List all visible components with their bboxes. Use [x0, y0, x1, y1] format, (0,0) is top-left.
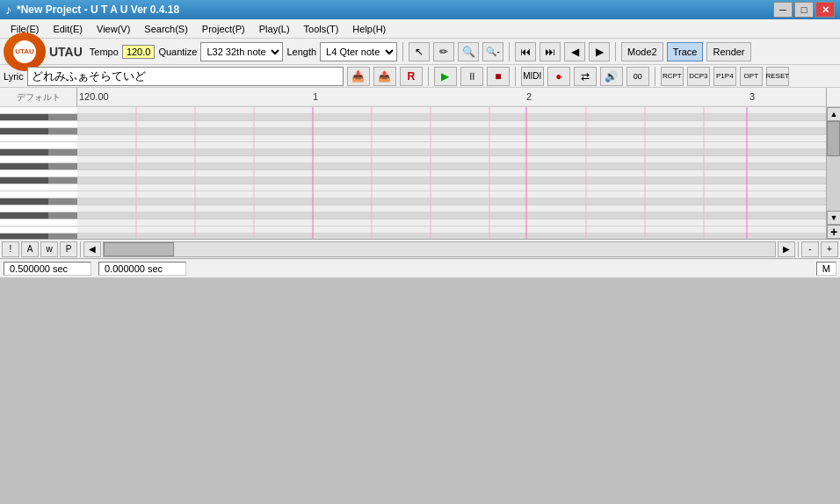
menu-help[interactable]: Help(H): [345, 22, 393, 36]
utau-logo-area: UTAU UTAU: [4, 32, 83, 71]
metronome-btn[interactable]: 00: [626, 67, 649, 86]
status-bar: 0.500000 sec 0.000000 sec M: [0, 258, 840, 277]
default-label: デフォルト: [17, 91, 61, 104]
bottom-sep2: [798, 241, 799, 257]
scroll-plus-btn[interactable]: +: [827, 225, 840, 239]
lyric-label: Lyric: [4, 71, 24, 82]
grid-header: [77, 88, 826, 106]
bottom-toolbar: ! A w P ◀ ▶ - +: [0, 239, 840, 258]
title-bar-controls[interactable]: ─ □ ✕: [773, 2, 835, 18]
lyric-input[interactable]: [27, 67, 344, 86]
scroll-down-btn[interactable]: ▼: [827, 211, 840, 225]
p1p4-btn[interactable]: P1P4: [713, 67, 736, 86]
zoom-minus-btn[interactable]: -: [801, 241, 819, 257]
main-area: ▲ ▼ +: [0, 107, 840, 239]
menu-project[interactable]: Project(P): [195, 22, 252, 36]
toolbar: UTAU UTAU Tempo 120.0 Quantize L32 32th …: [0, 39, 840, 65]
menu-view[interactable]: View(V): [90, 22, 137, 36]
play-btn[interactable]: ▶: [434, 67, 457, 86]
pause-btn[interactable]: ⏸: [460, 67, 483, 86]
loop-btn[interactable]: ⇄: [574, 67, 597, 86]
render-btn[interactable]: Render: [706, 42, 750, 61]
status-m: M: [816, 262, 836, 276]
minimize-button[interactable]: ─: [773, 2, 793, 18]
piano-canvas: [0, 107, 77, 239]
piano-keys: [0, 107, 77, 239]
tempo-label: Tempo: [90, 47, 119, 57]
rcpt-btn[interactable]: RCPT: [661, 67, 684, 86]
toolbar-sep3: [615, 42, 616, 61]
utau-text: UTAU: [49, 45, 83, 59]
toolbar-sep2: [509, 42, 510, 61]
scrollbar-vertical[interactable]: ▲ ▼ +: [826, 107, 840, 239]
go-start-btn[interactable]: ⏮: [515, 42, 536, 61]
rec-btn[interactable]: ●: [547, 67, 570, 86]
toolbar-sep1: [402, 42, 403, 61]
length-select[interactable]: L4 Qter note: [320, 42, 397, 61]
dcp3-btn[interactable]: DCP3: [687, 67, 710, 86]
h-scroll-thumb[interactable]: [104, 242, 174, 256]
header-canvas: [77, 88, 826, 106]
midi-btn[interactable]: MIDI: [521, 67, 544, 86]
btn-a[interactable]: A: [21, 241, 39, 257]
scroll-corner: [826, 88, 840, 106]
mode2-btn[interactable]: Mode2: [621, 42, 663, 61]
length-label: Length: [286, 47, 316, 57]
save-btn[interactable]: 📤: [373, 67, 396, 86]
scroll-thumb[interactable]: [827, 121, 840, 156]
quantize-label: Quantize: [158, 47, 197, 57]
lyric-sep3: [655, 67, 655, 86]
load-btn[interactable]: 📥: [347, 67, 370, 86]
menu-tools[interactable]: Tools(T): [297, 22, 346, 36]
bottom-sep1: [80, 241, 81, 257]
opt-btn[interactable]: OPT: [740, 67, 763, 86]
piano-header: デフォルト: [0, 88, 77, 107]
window-title: *New Project - U T A U Ver 0.4.18: [17, 4, 179, 16]
app-icon: ♪: [5, 3, 11, 17]
menu-play[interactable]: Play(L): [252, 22, 297, 36]
speaker-btn[interactable]: 🔊: [600, 67, 623, 86]
title-bar-left: ♪ *New Project - U T A U Ver 0.4.18: [5, 3, 179, 17]
lyric-sep2: [515, 67, 516, 86]
maximize-button[interactable]: □: [794, 2, 814, 18]
logo-circle: UTAU: [13, 40, 36, 63]
header-wrapper: デフォルト: [0, 88, 840, 107]
utau-logo: UTAU: [4, 32, 46, 71]
menu-bar: File(E) Edit(E) View(V) Search(S) Projec…: [0, 19, 840, 39]
menu-search[interactable]: Search(S): [137, 22, 195, 36]
zoom-plus-btn[interactable]: +: [821, 241, 838, 257]
trace-btn[interactable]: Trace: [667, 42, 704, 61]
cursor-tool-btn[interactable]: ↖: [409, 42, 430, 61]
scroll-left-btn[interactable]: ◀: [83, 241, 101, 257]
status-time2: 0.000000 sec: [98, 262, 186, 276]
next-btn[interactable]: ▶: [589, 42, 610, 61]
scroll-right-btn[interactable]: ▶: [778, 241, 795, 257]
r-btn[interactable]: R: [400, 67, 423, 86]
go-end-btn[interactable]: ⏭: [539, 42, 561, 61]
lyric-bar: Lyric 📥 📤 R ▶ ⏸ ■ MIDI ● ⇄ 🔊 00 RCPT DCP…: [0, 65, 840, 88]
lyric-sep1: [428, 67, 429, 86]
main-canvas: [77, 107, 826, 239]
stop-btn[interactable]: ■: [487, 67, 510, 86]
tempo-value[interactable]: 120.0: [122, 45, 156, 59]
prev-btn[interactable]: ◀: [564, 42, 585, 61]
quantize-select[interactable]: L32 32th note: [200, 42, 283, 61]
status-time1: 0.500000 sec: [4, 262, 91, 276]
close-button[interactable]: ✕: [815, 2, 835, 18]
zoom-out-btn[interactable]: 🔍-: [482, 42, 503, 61]
btn-p[interactable]: P: [60, 241, 77, 257]
btn-w[interactable]: w: [40, 241, 58, 257]
btn-exclaim[interactable]: !: [2, 241, 19, 257]
pencil-tool-btn[interactable]: ✏: [433, 42, 454, 61]
grid-area[interactable]: [77, 107, 826, 239]
title-bar: ♪ *New Project - U T A U Ver 0.4.18 ─ □ …: [0, 0, 840, 19]
scroll-up-btn[interactable]: ▲: [827, 107, 840, 121]
scrollbar-horizontal[interactable]: [103, 241, 776, 257]
scroll-track[interactable]: [827, 121, 840, 211]
reset-btn[interactable]: RESET: [766, 67, 789, 86]
zoom-in-btn[interactable]: 🔍: [458, 42, 479, 61]
logo-inner: UTAU: [15, 47, 34, 55]
